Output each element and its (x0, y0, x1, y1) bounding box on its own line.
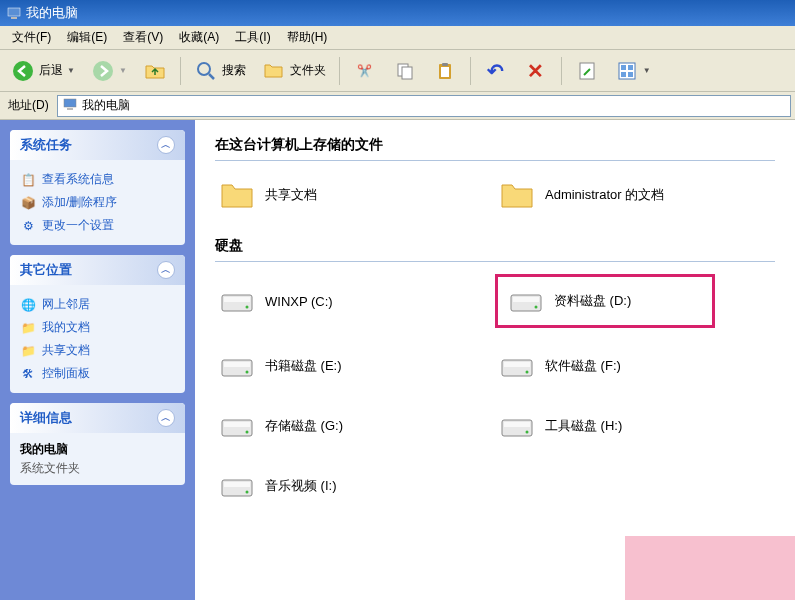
link-label: 更改一个设置 (42, 217, 114, 234)
svg-rect-10 (442, 63, 448, 66)
detail-name: 我的电脑 (20, 441, 175, 458)
address-value: 我的电脑 (82, 97, 130, 114)
svg-point-27 (246, 371, 249, 374)
folders-button[interactable]: 文件夹 (255, 54, 333, 88)
svg-rect-9 (441, 67, 449, 77)
drive-g[interactable]: 存储磁盘 (G:) (215, 404, 435, 448)
link-control-panel[interactable]: 🛠控制面板 (20, 362, 175, 385)
detail-type: 系统文件夹 (20, 460, 175, 477)
views-button[interactable]: ▼ (608, 54, 658, 88)
search-label: 搜索 (222, 62, 246, 79)
svg-rect-1 (11, 17, 17, 19)
link-add-remove-programs[interactable]: 📦添加/删除程序 (20, 191, 175, 214)
menu-view[interactable]: 查看(V) (115, 26, 171, 49)
section-files-header: 在这台计算机上存储的文件 (215, 136, 775, 154)
svg-rect-0 (8, 8, 20, 16)
drive-d[interactable]: 资料磁盘 (D:) (495, 274, 715, 328)
svg-rect-20 (224, 297, 250, 302)
chevron-up-icon: ︿ (157, 136, 175, 154)
window-titlebar: 我的电脑 (0, 0, 795, 26)
svg-rect-18 (67, 108, 73, 110)
drive-i[interactable]: 音乐视频 (I:) (215, 464, 435, 508)
panel-system-tasks: 系统任务 ︿ 📋查看系统信息 📦添加/删除程序 ⚙更改一个设置 (10, 130, 185, 245)
item-label: 音乐视频 (I:) (265, 477, 337, 495)
chevron-down-icon: ▼ (643, 66, 651, 75)
panel-header-system[interactable]: 系统任务 ︿ (10, 130, 185, 160)
item-label: WINXP (C:) (265, 294, 333, 309)
svg-rect-26 (224, 362, 250, 367)
panel-header-details[interactable]: 详细信息 ︿ (10, 403, 185, 433)
folder-icon: 📁 (20, 343, 36, 359)
menubar: 文件(F) 编辑(E) 查看(V) 收藏(A) 工具(I) 帮助(H) (0, 26, 795, 50)
sidebar: 系统任务 ︿ 📋查看系统信息 📦添加/删除程序 ⚙更改一个设置 其它位置 ︿ 🌐… (0, 120, 195, 600)
content-area: 在这台计算机上存储的文件 共享文档 Administrator 的文档 硬盘 W… (195, 120, 795, 600)
svg-point-3 (93, 61, 113, 81)
drive-e[interactable]: 书籍磁盘 (E:) (215, 344, 435, 388)
menu-tools[interactable]: 工具(I) (227, 26, 278, 49)
properties-icon (575, 59, 599, 83)
svg-rect-38 (224, 482, 250, 487)
link-view-system-info[interactable]: 📋查看系统信息 (20, 168, 175, 191)
copy-button[interactable] (386, 54, 424, 88)
forward-button[interactable]: ▼ (84, 54, 134, 88)
separator (561, 57, 562, 85)
menu-favorites[interactable]: 收藏(A) (171, 26, 227, 49)
link-network[interactable]: 🌐网上邻居 (20, 293, 175, 316)
item-label: Administrator 的文档 (545, 186, 664, 204)
panel-details: 详细信息 ︿ 我的电脑 系统文件夹 (10, 403, 185, 485)
drive-f[interactable]: 软件磁盘 (F:) (495, 344, 715, 388)
link-my-documents[interactable]: 📁我的文档 (20, 316, 175, 339)
svg-point-30 (526, 371, 529, 374)
folder-icon (219, 177, 255, 213)
up-button[interactable] (136, 54, 174, 88)
delete-button[interactable]: ✕ (517, 54, 555, 88)
search-button[interactable]: 搜索 (187, 54, 253, 88)
menu-edit[interactable]: 编辑(E) (59, 26, 115, 49)
drive-icon (219, 408, 255, 444)
undo-button[interactable]: ↶ (477, 54, 515, 88)
programs-icon: 📦 (20, 195, 36, 211)
drive-icon (219, 348, 255, 384)
drive-c[interactable]: WINXP (C:) (215, 274, 435, 328)
address-label: 地址(D) (4, 97, 53, 114)
separator (180, 57, 181, 85)
divider (215, 160, 775, 161)
search-icon (194, 59, 218, 83)
folder-shared-documents[interactable]: 共享文档 (215, 173, 435, 217)
menu-file[interactable]: 文件(F) (4, 26, 59, 49)
back-button[interactable]: 后退 ▼ (4, 54, 82, 88)
settings-icon: ⚙ (20, 218, 36, 234)
link-shared-docs[interactable]: 📁共享文档 (20, 339, 175, 362)
panel-other-places: 其它位置 ︿ 🌐网上邻居 📁我的文档 📁共享文档 🛠控制面板 (10, 255, 185, 393)
svg-point-21 (246, 306, 249, 309)
panel-header-other[interactable]: 其它位置 ︿ (10, 255, 185, 285)
up-folder-icon (143, 59, 167, 83)
link-change-setting[interactable]: ⚙更改一个设置 (20, 214, 175, 237)
delete-icon: ✕ (524, 59, 548, 83)
drive-icon (508, 283, 544, 319)
folder-admin-documents[interactable]: Administrator 的文档 (495, 173, 715, 217)
address-field[interactable]: 我的电脑 (57, 95, 791, 117)
separator (470, 57, 471, 85)
forward-icon (91, 59, 115, 83)
back-label: 后退 (39, 62, 63, 79)
svg-rect-13 (621, 65, 626, 70)
properties-button[interactable] (568, 54, 606, 88)
item-label: 软件磁盘 (F:) (545, 357, 621, 375)
back-icon (11, 59, 35, 83)
window-title: 我的电脑 (26, 4, 78, 22)
computer-icon (62, 96, 78, 115)
panel-title: 详细信息 (20, 409, 72, 427)
views-icon (615, 59, 639, 83)
paste-button[interactable] (426, 54, 464, 88)
svg-rect-7 (402, 67, 412, 79)
link-label: 查看系统信息 (42, 171, 114, 188)
cut-button[interactable]: ✂️ (346, 54, 384, 88)
undo-icon: ↶ (484, 59, 508, 83)
svg-rect-23 (513, 297, 539, 302)
drive-h[interactable]: 工具磁盘 (H:) (495, 404, 715, 448)
svg-rect-16 (628, 72, 633, 77)
control-panel-icon: 🛠 (20, 366, 36, 382)
menu-help[interactable]: 帮助(H) (279, 26, 336, 49)
folder-icon: 📁 (20, 320, 36, 336)
